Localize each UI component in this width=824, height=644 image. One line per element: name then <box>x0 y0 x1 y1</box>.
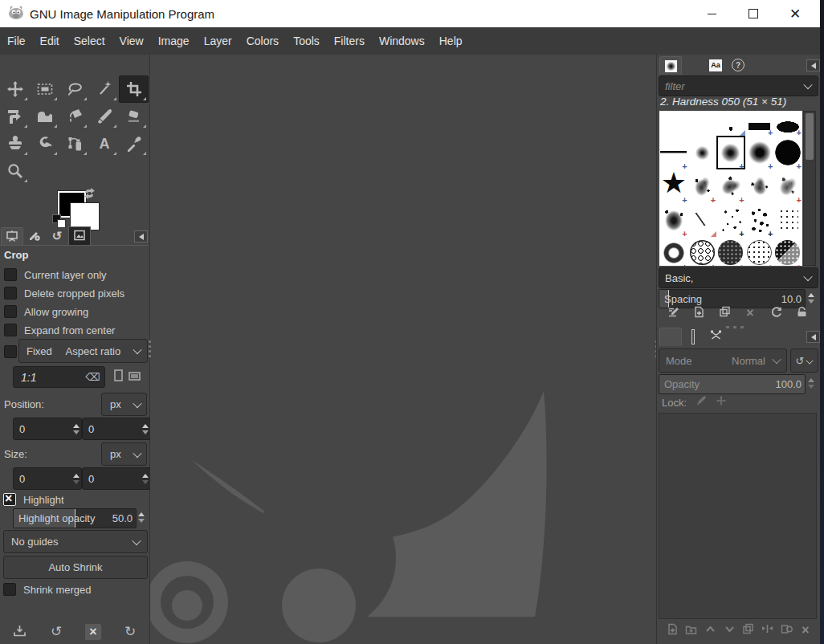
layer-mode-dropdown[interactable]: Mode Normal <box>659 348 787 373</box>
tool-unified-transform[interactable] <box>0 103 30 130</box>
tab-paths[interactable] <box>704 327 727 346</box>
tab-layers[interactable] <box>659 328 682 346</box>
checkbox-current-layer-only[interactable] <box>4 268 17 281</box>
mode-group-switch-button[interactable]: ↺ <box>790 348 818 373</box>
brush-cell[interactable] <box>688 136 717 169</box>
layer-opacity-slider[interactable]: Opacity 100.0 <box>659 374 806 394</box>
new-layer-button[interactable] <box>664 622 680 638</box>
tool-rect-select[interactable] <box>30 75 59 103</box>
brush-cell[interactable]: + <box>773 136 802 169</box>
dock-splitter-handle[interactable] <box>726 326 744 328</box>
brush-cell[interactable]: + <box>688 237 717 266</box>
spin-arrows[interactable] <box>136 508 146 527</box>
brush-cell[interactable]: + <box>773 169 802 203</box>
highlight-checkbox[interactable] <box>3 493 16 506</box>
brush-cell[interactable] <box>688 111 717 136</box>
menu-windows[interactable]: Windows <box>372 28 432 55</box>
tab-fonts[interactable]: Aa <box>704 55 727 75</box>
brush-cell[interactable]: + <box>745 237 774 266</box>
delete-preset-button[interactable]: × <box>85 624 101 640</box>
raise-layer-button[interactable] <box>702 622 718 638</box>
size-width-spinbox[interactable]: 0 <box>13 467 82 490</box>
open-brush-as-image-button[interactable] <box>793 305 810 321</box>
menu-colors[interactable]: Colors <box>239 28 286 55</box>
delete-brush-button[interactable]: × <box>742 305 758 321</box>
lock-position-button[interactable] <box>715 396 728 409</box>
spin-arrows[interactable] <box>140 474 150 484</box>
landscape-orientation-button[interactable] <box>128 371 144 385</box>
brush-cell[interactable] <box>688 203 717 237</box>
brush-cell[interactable]: + <box>688 169 717 203</box>
position-unit-dropdown[interactable]: px <box>101 393 147 416</box>
menu-view[interactable]: View <box>112 28 151 55</box>
lower-layer-button[interactable] <box>721 622 737 638</box>
fixed-dropdown[interactable]: Fixed Aspect ratio <box>18 339 148 363</box>
spin-arrows[interactable] <box>806 289 816 307</box>
brush-cell[interactable]: + <box>659 169 688 203</box>
maximize-button[interactable] <box>732 0 774 27</box>
brush-cell[interactable] <box>659 111 688 136</box>
clear-entry-icon[interactable]: ⌫ <box>86 371 100 383</box>
brush-cell[interactable]: + <box>716 169 745 203</box>
spin-arrows[interactable] <box>71 424 81 434</box>
save-preset-button[interactable] <box>11 624 27 640</box>
guides-dropdown[interactable]: No guides <box>3 530 148 553</box>
brush-cell[interactable] <box>773 203 802 237</box>
scrollbar-thumb[interactable] <box>806 113 814 160</box>
brushes-menu-button[interactable] <box>806 59 820 71</box>
reset-defaults-button[interactable]: ↻ <box>122 624 138 640</box>
brush-scrollbar[interactable] <box>803 111 816 266</box>
aspect-ratio-input[interactable]: 1:1 ⌫ <box>13 366 105 388</box>
tool-text[interactable]: A <box>89 130 119 157</box>
checkbox-delete-cropped-pixels[interactable] <box>4 287 17 300</box>
shrink-merged-checkbox[interactable] <box>3 583 16 596</box>
menu-tools[interactable]: Tools <box>286 28 327 55</box>
spin-arrows[interactable] <box>806 374 816 393</box>
tool-clone[interactable] <box>0 130 30 157</box>
size-unit-dropdown[interactable]: px <box>101 442 147 466</box>
brush-cell[interactable]: + <box>745 111 774 136</box>
tab-document-history[interactable]: ? <box>727 55 749 75</box>
tool-fuzzy-select[interactable] <box>89 75 119 103</box>
menu-layer[interactable]: Layer <box>197 28 239 55</box>
brush-cell[interactable]: + <box>716 136 745 169</box>
tool-crop[interactable] <box>119 75 149 103</box>
menu-image[interactable]: Image <box>151 28 197 55</box>
brush-cell[interactable]: + <box>659 136 688 169</box>
edit-brush-button[interactable] <box>665 305 681 321</box>
tab-undo-history[interactable]: ↺ <box>46 226 68 246</box>
refresh-brushes-button[interactable] <box>768 305 784 321</box>
tool-color-picker[interactable] <box>119 130 149 157</box>
new-layer-group-button[interactable] <box>683 622 700 638</box>
brush-cell[interactable]: + <box>659 203 688 237</box>
add-layer-mask-button[interactable] <box>778 622 794 638</box>
close-button[interactable]: ✕ <box>774 0 816 27</box>
delete-layer-button[interactable]: × <box>797 622 814 638</box>
position-y-spinbox[interactable]: 0 <box>82 418 151 440</box>
highlight-opacity-slider[interactable]: Highlight opacity 50.0 <box>13 508 137 528</box>
new-brush-button[interactable] <box>691 305 707 321</box>
tab-images[interactable] <box>68 226 91 246</box>
tab-channels[interactable] <box>682 327 704 346</box>
brush-cell[interactable]: + <box>773 237 802 266</box>
left-splitter-grip[interactable] <box>149 340 151 357</box>
minimize-button[interactable] <box>691 0 732 27</box>
menu-edit[interactable]: Edit <box>33 28 67 55</box>
menu-select[interactable]: Select <box>67 28 112 55</box>
lock-alpha-button[interactable] <box>735 396 748 409</box>
tool-options-menu-button[interactable] <box>134 230 148 243</box>
brush-cell[interactable] <box>745 169 774 203</box>
tab-tool-options[interactable] <box>1 227 23 246</box>
brush-cell[interactable]: + <box>745 136 774 169</box>
brush-cell[interactable]: + <box>716 237 745 266</box>
layers-list[interactable] <box>659 413 817 619</box>
checkbox-expand-from-center[interactable] <box>4 324 17 336</box>
restore-preset-button[interactable]: ↺ <box>48 624 64 640</box>
brush-tag-dropdown[interactable]: Basic, <box>659 267 818 288</box>
brush-cell[interactable]: + <box>659 237 688 266</box>
menu-filters[interactable]: Filters <box>327 28 372 55</box>
portrait-orientation-button[interactable] <box>112 369 124 385</box>
brush-cell[interactable] <box>716 111 745 136</box>
merge-layer-button[interactable] <box>760 622 776 638</box>
position-x-spinbox[interactable]: 0 <box>13 418 82 440</box>
